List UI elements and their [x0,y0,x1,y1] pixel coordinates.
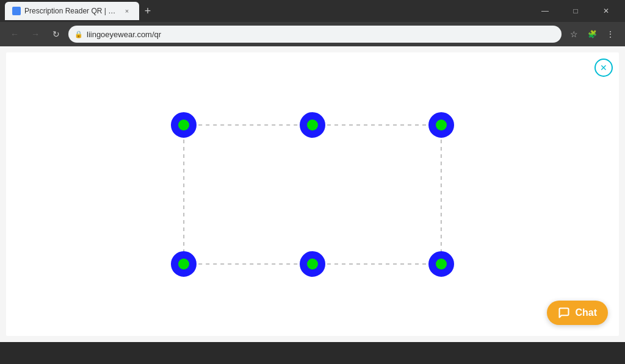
address-bar[interactable]: 🔒 liingoeyewear.com/qr [68,26,562,43]
dot-inner [307,259,318,269]
chat-button[interactable]: Chat [547,301,608,325]
dot-inner [178,259,189,269]
back-button[interactable]: ← [6,26,23,43]
reload-button[interactable]: ↻ [48,26,65,43]
lock-icon: 🔒 [74,30,83,38]
tab-close-btn[interactable]: × [122,6,132,16]
content-area: ✕ [0,46,625,342]
tab-favicon [12,7,21,15]
dot-inner [307,120,318,130]
forward-button[interactable]: → [27,26,44,43]
extension-button[interactable]: 🧩 [583,26,601,43]
minimize-button[interactable]: — [531,2,559,20]
active-tab[interactable]: Prescription Reader QR | Liingo E... × [5,2,139,20]
close-window-button[interactable]: ✕ [592,2,620,20]
browser-chrome: Prescription Reader QR | Liingo E... × +… [0,0,625,46]
dot-inner [436,259,447,269]
page-content: ✕ [6,52,619,336]
maximize-button[interactable]: □ [562,2,590,20]
dot-bottom-left[interactable] [171,251,197,277]
more-button[interactable]: ⋮ [602,26,619,43]
chat-label: Chat [575,307,597,318]
title-bar: Prescription Reader QR | Liingo E... × +… [0,0,625,22]
dot-bottom-right[interactable] [428,251,454,277]
tab-title: Prescription Reader QR | Liingo E... [24,7,118,15]
dot-top-left[interactable] [171,112,197,138]
address-text: liingoeyewear.com/qr [87,30,555,39]
chat-icon [558,307,570,319]
new-tab-button[interactable]: + [139,2,156,20]
close-icon: ✕ [600,63,607,73]
dot-bottom-center[interactable] [300,251,325,277]
dot-top-center[interactable] [300,112,325,138]
dot-inner [436,120,447,130]
dot-top-right[interactable] [428,112,454,138]
nav-bar: ← → ↻ 🔒 liingoeyewear.com/qr ☆ 🧩 ⋮ [0,22,625,46]
qr-container [6,52,619,336]
dot-inner [178,120,189,130]
tab-area: Prescription Reader QR | Liingo E... × + [5,0,526,22]
dots-area [123,79,502,310]
bookmark-button[interactable]: ☆ [565,26,582,43]
nav-actions: ☆ 🧩 ⋮ [565,26,619,43]
window-controls: — □ ✕ [531,2,620,20]
close-overlay-button[interactable]: ✕ [594,59,613,77]
